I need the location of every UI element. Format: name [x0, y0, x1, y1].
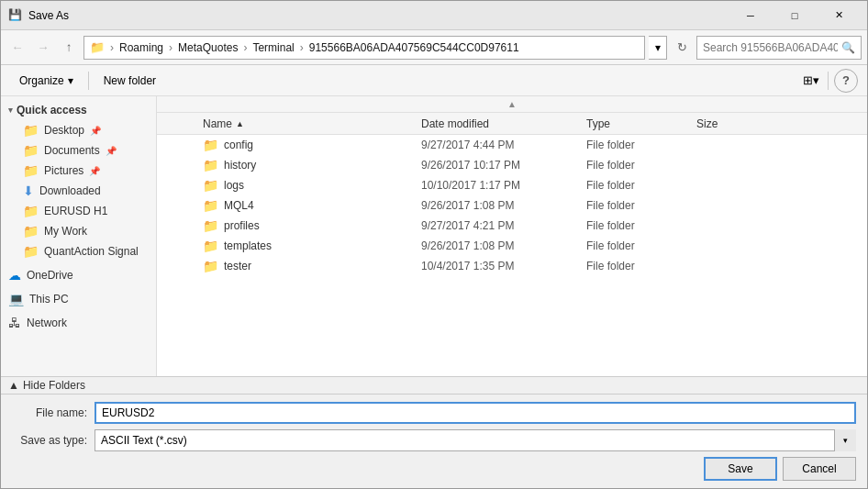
file-folder-icon: 📁: [203, 138, 218, 152]
table-row[interactable]: 📁 config 9/27/2017 4:44 PM File folder: [157, 135, 867, 155]
organize-label: Organize: [19, 74, 64, 87]
pictures-folder-icon: 📁: [23, 163, 39, 178]
file-date: 9/26/2017 1:08 PM: [414, 239, 579, 252]
forward-button[interactable]: →: [32, 37, 54, 59]
scroll-indicator: ▲: [157, 96, 867, 113]
file-name: MQL4: [224, 199, 254, 212]
toolbar-separator: [88, 72, 89, 90]
collapse-arrow-icon: ▾: [8, 106, 13, 115]
sidebar-item-label: Pictures: [44, 164, 83, 177]
downloaded-folder-icon: ⬇: [23, 183, 34, 198]
cancel-label: Cancel: [802, 462, 836, 475]
save-label: Save: [728, 462, 752, 475]
help-button[interactable]: ?: [834, 69, 858, 93]
sidebar-item-thispc[interactable]: 💻 This PC: [1, 289, 156, 309]
close-button[interactable]: ✕: [818, 1, 860, 30]
quick-access-section: ▾ Quick access 📁 Desktop 📌 📁 Documents 📌…: [1, 100, 156, 261]
sidebar-item-network[interactable]: 🖧 Network: [1, 313, 156, 333]
file-folder-icon: 📁: [203, 259, 218, 273]
file-folder-icon: 📁: [203, 178, 218, 193]
thispc-label: This PC: [29, 293, 69, 306]
hide-folders-row[interactable]: ▲ Hide Folders: [1, 376, 867, 394]
toolbar-sep2: [828, 72, 829, 90]
mywork-folder-icon: 📁: [23, 224, 39, 239]
minimize-button[interactable]: ─: [729, 1, 772, 30]
toolbar: Organize ▾ New folder ⊞▾ ?: [1, 65, 867, 96]
file-date: 9/27/2017 4:44 PM: [414, 139, 579, 151]
back-button[interactable]: ←: [6, 37, 28, 59]
table-row[interactable]: 📁 profiles 9/27/2017 4:21 PM File folder: [157, 216, 867, 236]
table-row[interactable]: 📁 history 9/26/2017 10:17 PM File folder: [157, 155, 867, 175]
file-list-header: Name ▲ Date modified Type Size: [157, 113, 867, 135]
main-content: ▾ Quick access 📁 Desktop 📌 📁 Documents 📌…: [1, 96, 867, 376]
file-date: 10/4/2017 1:35 PM: [414, 260, 579, 272]
table-row[interactable]: 📁 tester 10/4/2017 1:35 PM File folder: [157, 256, 867, 276]
file-type: File folder: [579, 139, 689, 151]
sort-icon: ▲: [236, 119, 244, 128]
maximize-button[interactable]: □: [773, 1, 816, 30]
new-folder-label: New folder: [104, 74, 156, 87]
col-name-header[interactable]: Name ▲: [157, 117, 414, 130]
savetype-select[interactable]: ASCII Text (*.csv): [95, 429, 856, 451]
save-button[interactable]: Save: [704, 457, 777, 481]
sidebar-item-mywork[interactable]: 📁 My Work: [1, 221, 156, 241]
col-date-header[interactable]: Date modified: [414, 117, 579, 130]
sidebar-item-eurusd[interactable]: 📁 EURUSD H1: [1, 201, 156, 221]
desktop-folder-icon: 📁: [23, 123, 39, 138]
pin-icon: 📌: [90, 126, 101, 136]
action-buttons: Save Cancel: [12, 457, 856, 481]
col-type-header[interactable]: Type: [579, 117, 689, 130]
file-type: File folder: [579, 179, 689, 192]
file-type: File folder: [579, 219, 689, 232]
filename-label: File name:: [12, 406, 95, 419]
col-size-label: Size: [696, 117, 718, 130]
quick-access-header[interactable]: ▾ Quick access: [1, 100, 156, 120]
sidebar-item-downloaded[interactable]: ⬇ Downloaded: [1, 181, 156, 201]
sidebar-item-onedrive[interactable]: ☁ OneDrive: [1, 265, 156, 285]
bottom-panel: File name: Save as type: ASCII Text (*.c…: [1, 394, 867, 488]
file-name: templates: [224, 239, 272, 252]
sidebar-item-label: EURUSD H1: [44, 205, 107, 217]
thispc-section: 💻 This PC: [1, 289, 156, 309]
sidebar-item-pictures[interactable]: 📁 Pictures 📌: [1, 161, 156, 181]
sidebar-item-label: Downloaded: [39, 184, 101, 197]
file-date: 9/27/2017 4:21 PM: [414, 219, 579, 232]
hide-folders-label: Hide Folders: [23, 379, 85, 392]
sidebar-item-label: QuantAction Signal: [44, 245, 139, 258]
help-label: ?: [842, 73, 850, 87]
onedrive-icon: ☁: [8, 268, 21, 283]
organize-button[interactable]: Organize ▾: [10, 69, 83, 93]
onedrive-label: OneDrive: [27, 269, 73, 282]
sidebar-item-documents[interactable]: 📁 Documents 📌: [1, 140, 156, 161]
file-folder-icon: 📁: [203, 158, 218, 172]
window-icon: 💾: [8, 8, 23, 23]
save-as-dialog: 💾 Save As ─ □ ✕ ← → ↑ 📁 › Roaming › Meta…: [0, 0, 868, 489]
pin-icon: 📌: [89, 166, 100, 176]
search-input[interactable]: [703, 41, 838, 54]
window-controls: ─ □ ✕: [729, 1, 860, 30]
path-terminal-id: 915566BA06ADA407569C544CC0D97611: [309, 41, 519, 54]
network-section: 🖧 Network: [1, 313, 156, 333]
table-row[interactable]: 📁 MQL4 9/26/2017 1:08 PM File folder: [157, 195, 867, 216]
up-button[interactable]: ↑: [58, 37, 80, 59]
cancel-button[interactable]: Cancel: [783, 457, 856, 481]
table-row[interactable]: 📁 templates 9/26/2017 1:08 PM File folde…: [157, 236, 867, 256]
search-box[interactable]: 🔍: [696, 36, 862, 60]
path-dropdown[interactable]: ▾: [649, 36, 667, 60]
path-folder-icon: 📁: [90, 40, 105, 54]
col-size-header[interactable]: Size: [689, 117, 781, 130]
file-type: File folder: [579, 199, 689, 212]
table-row[interactable]: 📁 logs 10/10/2017 1:17 PM File folder: [157, 175, 867, 195]
file-folder-icon: 📁: [203, 239, 218, 253]
sidebar-item-quantaction[interactable]: 📁 QuantAction Signal: [1, 241, 156, 261]
new-folder-button[interactable]: New folder: [95, 69, 165, 93]
address-path[interactable]: 📁 › Roaming › MetaQuotes › Terminal › 91…: [83, 36, 645, 60]
filename-row: File name:: [12, 402, 856, 424]
filename-input[interactable]: [95, 402, 856, 424]
file-type: File folder: [579, 159, 689, 172]
sidebar-item-desktop[interactable]: 📁 Desktop 📌: [1, 120, 156, 140]
address-bar: ← → ↑ 📁 › Roaming › MetaQuotes › Termina…: [1, 30, 867, 65]
view-button[interactable]: ⊞▾: [800, 70, 822, 92]
refresh-button[interactable]: ↻: [671, 37, 693, 59]
file-rows-container: 📁 config 9/27/2017 4:44 PM File folder 📁…: [157, 135, 867, 276]
